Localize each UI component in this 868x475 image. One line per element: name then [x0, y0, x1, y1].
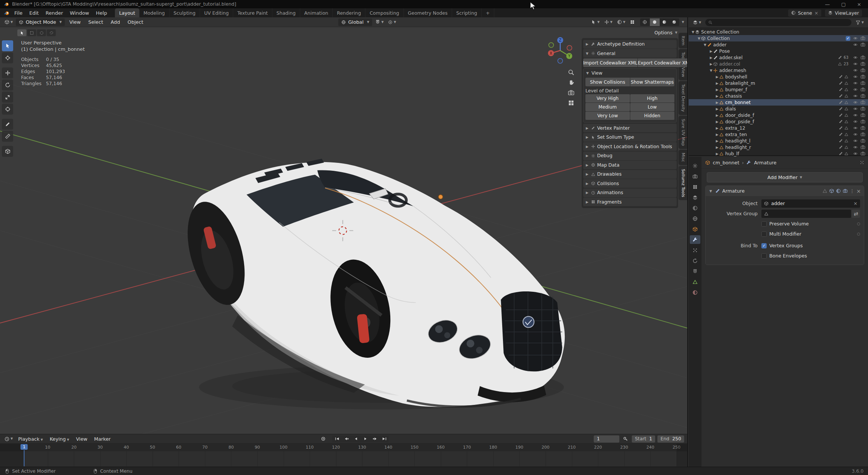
menu-window[interactable]: Window: [66, 8, 92, 17]
workspace-tab-animation[interactable]: Animation: [300, 8, 333, 17]
animate-dot-icon[interactable]: [857, 233, 860, 236]
options-dropdown[interactable]: Options▼: [654, 30, 677, 35]
outliner-row-adder-col[interactable]: ▶adder.col 23: [689, 61, 868, 67]
sidebar-tab-misc[interactable]: Misc: [679, 150, 687, 165]
outliner-filter-icon[interactable]: ▼: [854, 20, 865, 25]
tab-render[interactable]: [690, 172, 700, 181]
outliner-editor-icon[interactable]: ▼: [691, 20, 703, 25]
timeline-editor-icon[interactable]: ▼: [3, 437, 14, 441]
transform-orientation-dropdown[interactable]: Global▼: [338, 18, 372, 26]
outliner-row-mesh[interactable]: ▶door_dside_f: [689, 112, 868, 118]
zoom-icon[interactable]: [568, 69, 575, 76]
tool-select-box[interactable]: [2, 40, 13, 51]
eye-icon[interactable]: [853, 61, 858, 66]
timeline-menu-marker[interactable]: Marker: [91, 436, 114, 442]
lod-high-button[interactable]: High: [630, 94, 675, 103]
eye-icon[interactable]: [853, 100, 858, 105]
menu-object[interactable]: Object: [125, 19, 147, 25]
tool-scale[interactable]: [2, 92, 13, 103]
modifier-header[interactable]: ▼ Armature ⋮ ×: [706, 186, 864, 196]
panel-set-sollum-type[interactable]: ▶Set Sollum Type: [583, 133, 677, 142]
menu-add[interactable]: Add: [108, 19, 123, 25]
select-lasso-icon[interactable]: [47, 29, 56, 36]
camera-icon[interactable]: [860, 126, 865, 130]
on-cage-toggle-icon[interactable]: [822, 188, 827, 193]
outliner-row-mesh[interactable]: ▶bodyshell: [689, 74, 868, 80]
eye-icon[interactable]: [853, 106, 858, 111]
camera-icon[interactable]: [860, 145, 865, 150]
eye-icon[interactable]: [853, 87, 858, 92]
car-model[interactable]: [177, 159, 565, 407]
timeline-tracks[interactable]: [0, 451, 687, 466]
outliner-row-mesh[interactable]: ▶headlight_r: [689, 144, 868, 150]
breadcrumb-modifier[interactable]: Armature: [754, 160, 776, 165]
sidebar-tab-sollumz-tools[interactable]: Sollumz Tools: [679, 166, 687, 200]
realtime-toggle-icon[interactable]: [836, 188, 841, 193]
eye-icon[interactable]: [853, 55, 858, 60]
tab-view-layer[interactable]: [690, 193, 700, 202]
lod-low-button[interactable]: Low: [630, 103, 675, 111]
panel-collisions[interactable]: ▶Collisions: [583, 179, 677, 188]
camera-icon[interactable]: [860, 151, 865, 156]
view-layer-selector[interactable]: ViewLayer: [825, 9, 862, 17]
outliner-row-mesh[interactable]: ▶brakelight_m: [689, 80, 868, 86]
panel-vertex-painter[interactable]: ▶Vertex Painter: [583, 124, 677, 132]
gizmo-z-negative[interactable]: [558, 58, 563, 63]
camera-icon[interactable]: [860, 132, 865, 137]
gizmo-y-negative[interactable]: [549, 43, 554, 48]
tool-rotate[interactable]: [2, 80, 13, 90]
shading-material-icon[interactable]: [660, 18, 669, 26]
keying-set-icon[interactable]: [621, 435, 630, 443]
workspace-tab-shading[interactable]: Shading: [272, 8, 300, 17]
object-clear-icon[interactable]: ×: [854, 201, 857, 206]
camera-icon[interactable]: [860, 55, 865, 60]
tab-particles[interactable]: [690, 246, 700, 254]
select-box-icon[interactable]: [27, 29, 36, 36]
panel-fragments[interactable]: ▶Fragments: [583, 198, 677, 206]
outliner-row-mesh[interactable]: ▶chassis: [689, 93, 868, 99]
timeline-menu-view[interactable]: View: [73, 436, 90, 442]
tool-transform[interactable]: [2, 104, 13, 115]
add-workspace-button[interactable]: +: [482, 8, 494, 17]
minimize-button[interactable]: —: [825, 2, 830, 7]
shading-rendered-icon[interactable]: [669, 18, 679, 26]
eye-icon[interactable]: [853, 81, 858, 86]
tool-annotate[interactable]: [2, 119, 13, 130]
tab-output[interactable]: [690, 182, 700, 191]
outliner-row-adder[interactable]: ▼adder: [689, 41, 868, 48]
camera-icon[interactable]: [860, 138, 865, 143]
panel-animations[interactable]: ▶Animations: [583, 188, 677, 197]
camera-icon[interactable]: [860, 68, 865, 73]
eye-icon[interactable]: [853, 119, 858, 124]
play-reverse-button[interactable]: [351, 435, 361, 443]
eye-icon[interactable]: [853, 93, 858, 98]
pin-icon[interactable]: [860, 160, 864, 165]
scene-unlink-icon[interactable]: ×: [815, 10, 818, 16]
modifier-close-icon[interactable]: ×: [856, 188, 861, 194]
add-modifier-button[interactable]: Add Modifier▼: [707, 172, 863, 182]
shading-dropdown-icon[interactable]: ▼: [682, 21, 684, 24]
panel-general[interactable]: ▼General: [583, 49, 677, 58]
jump-to-start-button[interactable]: [332, 435, 342, 443]
outliner-row-collection[interactable]: ▼Collection ✓: [689, 35, 868, 41]
eye-icon[interactable]: [853, 68, 858, 73]
vertex-group-field[interactable]: [761, 210, 851, 218]
ortho-toggle-icon[interactable]: [568, 100, 575, 106]
timeline-body[interactable]: 1020304050607080901001101201301401501601…: [0, 444, 687, 466]
sidebar-tab-sure-uv-map[interactable]: Sure UV Map: [679, 116, 687, 149]
tool-measure[interactable]: [2, 131, 13, 142]
outliner-row-scene-collection[interactable]: ▼Scene Collection: [689, 29, 868, 35]
workspace-tab-texture-paint[interactable]: Texture Paint: [233, 8, 272, 17]
eye-icon[interactable]: [853, 151, 858, 156]
camera-icon[interactable]: [860, 100, 865, 105]
camera-icon[interactable]: [860, 74, 865, 79]
scene-selector[interactable]: Scene ×: [788, 9, 821, 17]
camera-icon[interactable]: [860, 61, 865, 66]
tool-cursor[interactable]: [2, 52, 13, 63]
export-codewalker-xml-button[interactable]: Export Codewalker XML: [638, 58, 687, 67]
tool-add-cube[interactable]: [2, 146, 13, 157]
overlays-toggle-icon[interactable]: ▼: [616, 20, 627, 25]
shading-solid-icon[interactable]: [650, 18, 660, 26]
editor-type-icon[interactable]: ▼: [3, 20, 14, 25]
mode-dropdown[interactable]: Object Mode▼: [16, 18, 65, 26]
